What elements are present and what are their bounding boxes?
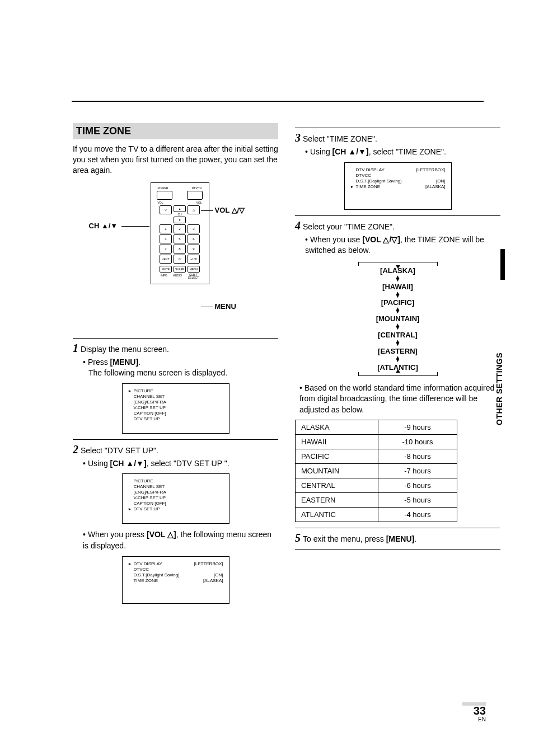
rule [295,549,500,550]
offset-cell: -6 hours [378,478,457,493]
step4-note: •Based on the world standard time inform… [299,383,500,416]
t: When you use [310,235,362,244]
sleep-button[interactable]: SLEEP [174,266,186,273]
zone-cell: EASTERN [296,493,378,508]
menu-row: ►TIME ZONE[ALASKA] [350,184,446,190]
pointer-icon: ► [128,389,132,394]
menu-row: DTV DISPLAY[LETTERBOX] [350,167,446,173]
table-row: ATLANTIC-4 hours [296,508,457,522]
up-down-arrow-icon: ▲▼ [353,340,443,346]
menu-row: CHANNEL SET [128,484,223,490]
menu-row: DTV SET UP [128,416,223,422]
rule [73,338,278,339]
key-ent[interactable]: -/ENT [160,255,172,264]
up-down-arrow-icon: ▲▼ [353,275,443,282]
vol-ref: [VOL △] [147,530,176,539]
key-7[interactable]: 7 [160,245,172,253]
step3-sub1: •Using [CH ▲/▼], select "TIME ZONE". [305,147,500,158]
label-ch: CH [174,213,186,216]
offset-cell: -8 hours [378,449,457,464]
power-button[interactable] [157,191,172,200]
dtv-tv-button[interactable] [187,191,203,200]
label-dtvtv: DTV/TV [192,186,202,190]
up-down-arrow-icon: ▲▼ [353,307,443,314]
step3-title: Select "TIME ZONE". [303,134,377,143]
vol-up-button[interactable]: △ [188,205,200,214]
section-title: TIME ZONE [73,123,278,139]
label-vol-l: VOL [158,201,163,204]
key-5[interactable]: 5 [174,234,186,243]
zone-cell: HAWAII [296,435,378,449]
key-4[interactable]: 4 [160,234,172,243]
ch-ref: [CH ▲/▼] [332,147,369,156]
menu-screen-1: ►PICTURECHANNEL SET[ENG]/ESP/FRAV-CHIP S… [122,383,229,434]
step2: 2Select "DTV SET UP". [73,443,278,456]
menu-button[interactable]: MENU [188,266,200,273]
step1: 1Display the menu screen. [73,342,278,355]
t: Press [88,358,110,367]
table-row: ALASKA-9 hours [296,420,457,435]
callout-line-vol [201,210,213,211]
key-100[interactable]: +100 [188,255,200,264]
menu-row: ►DTV DISPLAY[LETTERBOX] [128,561,223,567]
key-8[interactable]: 8 [174,245,186,253]
label-power: POWER [158,186,168,190]
pointer-icon: ► [350,185,354,190]
zone-cell: MOUNTAIN [296,464,378,478]
key-6[interactable]: 6 [188,234,200,243]
menu-row: V-CHIP SET UP [128,495,223,501]
remote-diagram: POWERDTV/TV VOLVOL ▽ ▲ CH ▼ △ 123 456 [89,182,263,328]
step4: 4Select your "TIME ZONE". [295,219,500,232]
pagenum-suffix: EN [462,716,486,722]
ch-down-button[interactable]: ▼ [174,217,186,223]
menu-ref: [MENU] [110,358,139,367]
zone-cell: CENTRAL [296,478,378,493]
vol-down-button[interactable]: ▽ [160,205,172,214]
step2-sub1: •Using [CH ▲/▼], select "DTV SET UP ". [83,458,278,469]
callout-line-menu [201,307,213,307]
key-3[interactable]: 3 [188,224,200,233]
left-column: TIME ZONE If you move the TV to a differ… [73,123,278,609]
key-9[interactable]: 9 [188,245,200,253]
menu-row: ►DTV SET UP [128,506,223,512]
mute-button[interactable]: MUTE [160,266,172,273]
t: Based on the world standard time informa… [299,383,494,414]
vol-ref: [VOL △/▽] [362,235,400,244]
ch-up-button[interactable]: ▲ [174,205,186,212]
remote-body: POWERDTV/TV VOLVOL ▽ ▲ CH ▼ △ 123 456 [151,182,209,284]
rule [295,528,500,528]
key-2[interactable]: 2 [174,224,186,233]
zone-cell: PACIFIC [296,449,378,464]
callout-ch: CH ▲/▼ [89,222,118,230]
table-row: EASTERN-5 hours [296,493,457,508]
table-row: CENTRAL-6 hours [296,478,457,493]
up-down-arrow-icon: ▲▼ [353,356,443,363]
menu-row: ►PICTURE [128,388,223,394]
menu-row: PICTURE [128,478,223,484]
offset-cell: -4 hours [378,508,457,522]
offset-cell: -5 hours [378,493,457,508]
menu-row: [ENG]/ESP/FRA [128,400,223,405]
menu-row: D.S.T.[Daylight Saving][ON] [350,179,446,184]
up-down-arrow-icon: ▲▼ [353,323,443,330]
t: , select "TIME ZONE". [369,147,446,156]
label-audio: AUDIO [173,274,182,279]
key-0[interactable]: 0 [174,255,186,264]
t: . [414,534,416,543]
side-tab: OTHER SETTINGS [484,263,495,353]
menu-row: DTVCC [128,567,223,572]
key-1[interactable]: 1 [160,224,172,233]
t: , select "DTV SET UP ". [147,459,229,468]
top-rule [72,101,484,102]
callout-line-ch [121,226,149,227]
step3: 3Select "TIME ZONE". [295,132,500,144]
menu-row: DTVCC [350,173,446,179]
pointer-icon: ► [128,507,132,512]
menu-row: V-CHIP SET UP [128,405,223,411]
zone-cell: ATLANTIC [296,508,378,522]
callout-vol: VOL △/▽ [215,206,245,214]
t: When you press [88,530,147,539]
offset-cell: -7 hours [378,464,457,478]
timezone-cycle: [ALASKA]▲▼[HAWAII]▲▼[PACIFIC]▲▼[MOUNTAIN… [353,262,443,376]
right-column: 3Select "TIME ZONE". •Using [CH ▲/▼], se… [295,123,500,609]
